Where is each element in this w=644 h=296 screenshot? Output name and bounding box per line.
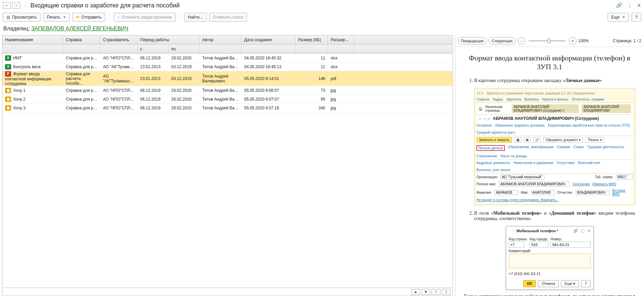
col-name[interactable]: Наименование — [2, 35, 63, 44]
jpg-file-icon: ▣ — [5, 105, 11, 111]
nav-back-button[interactable]: ← — [3, 2, 11, 9]
table-header: Наименование Справка Страхователь Период… — [2, 35, 453, 45]
chevron-down-icon: ▼ — [622, 16, 625, 19]
pager-end-down[interactable]: ⤵ — [442, 289, 450, 295]
help-button[interactable]: ? — [632, 13, 641, 22]
zoom-in-button[interactable]: + — [569, 37, 576, 45]
phone-more: Еще ▾ — [561, 280, 579, 287]
cancel-icon: ⎌ — [118, 15, 120, 20]
zoom-value: 100% — [578, 38, 589, 43]
jpg-file-icon: ▣ — [5, 97, 11, 102]
embedded-phone-dialog: ☆ Мобильный телефон * 🔗 ▢ ✕ Код страны: … — [506, 226, 594, 290]
col-created[interactable]: Дата создания — [241, 35, 295, 44]
table-subheader: с по — [2, 45, 453, 54]
phone-comment — [509, 253, 591, 268]
view-button[interactable]: ▦Просмотреть — [3, 13, 41, 22]
table-row[interactable]: PФормат ввода контактной информации сотр… — [2, 71, 453, 86]
pdf-file-icon: P — [5, 71, 11, 77]
close-icon[interactable]: ✕ — [637, 2, 641, 8]
table-body: XИМТСправка для ра...АО "НПО"СПЛ...06.12… — [2, 54, 453, 288]
nav-forward-button[interactable]: → — [12, 2, 20, 9]
col-size[interactable]: Размер (КБ) — [295, 35, 328, 44]
table-row[interactable]: XИМТСправка для ра...АО "НПО"СПЛ...06.12… — [2, 54, 453, 62]
table-row[interactable]: XКонтроль весаСправка для ра...АО "АК"Ту… — [2, 62, 453, 71]
pager-down[interactable]: ▼ — [421, 289, 430, 295]
table-row[interactable]: ▣Хочу 1Справка для ра...АО "НПО"СПЛ...06… — [2, 86, 453, 95]
mail-icon: ✉ — [76, 15, 79, 20]
link-icon[interactable]: 🔗 — [616, 2, 622, 8]
next-page-button[interactable]: Следующая — [489, 37, 516, 45]
page-indicator: Страница: 1 / 2 — [613, 38, 641, 43]
col-author[interactable]: Автор — [200, 35, 241, 44]
doc-title: Формат ввода контактной информации (теле… — [464, 54, 635, 71]
cancel-search-button[interactable]: Отменить поиск — [209, 13, 247, 22]
phone-cancel: Отмена — [538, 280, 559, 287]
cancel-edit-button[interactable]: ⎌Отменить редактирование — [114, 13, 176, 22]
more-button[interactable]: Еще▼ — [608, 13, 629, 22]
close-icon: ✕ — [587, 228, 591, 233]
chevron-down-icon: ▼ — [63, 16, 66, 19]
col-ref[interactable]: Справка — [63, 35, 100, 44]
xlsx-file-icon: X — [5, 55, 11, 61]
window-icon: ▢ — [581, 228, 585, 233]
phone-ok: OK — [523, 280, 536, 287]
prev-page-button[interactable]: Предыдущая — [458, 37, 487, 45]
xlsx-file-icon: X — [5, 64, 11, 70]
document-icon: ▦ — [6, 15, 10, 20]
owner-label: Владелец: — [3, 26, 30, 31]
col-period[interactable]: Период работы — [137, 35, 200, 44]
send-button[interactable]: ✉Отправить — [72, 13, 105, 22]
embedded-screenshot-1: 1C ≡ Зарплата и управление персоналом, р… — [474, 88, 635, 205]
doc-step-2: В поля «Мобильный телефон» и «Домашний т… — [474, 211, 635, 221]
col-to[interactable]: по — [169, 45, 200, 53]
page-title: Входящие справки о заработке для расчета… — [30, 2, 180, 9]
zoom-out-button[interactable]: - — [518, 37, 525, 45]
favorite-star-icon[interactable]: ☆ — [24, 2, 28, 9]
col-ext[interactable]: Расширение — [328, 35, 354, 44]
table-row[interactable]: ▣Хочу 2Справка для ра...АО "НПО"СПЛ...06… — [2, 95, 453, 104]
save-and-close: Записать и закрыть — [476, 137, 512, 143]
zoom-slider[interactable] — [529, 40, 566, 42]
table-row[interactable]: ▣Хочу 3Справка для ра...АО "НПО"СПЛ...06… — [2, 104, 453, 112]
pager-end-up[interactable]: ⤴ — [432, 289, 440, 295]
doc-step-1: В карточке сотрудника открываем закладку… — [474, 78, 635, 83]
kebab-menu-icon[interactable]: ⋮ — [627, 2, 632, 8]
col-insurer[interactable]: Страхователь — [100, 35, 137, 44]
attach-icon: 🔗 — [573, 228, 578, 233]
owner-link[interactable]: ЗАПЕВАЛОВ АЛЕКСЕЙ ЕВГЕНЬЕВИЧ — [31, 26, 128, 31]
col-from[interactable]: с — [137, 45, 169, 53]
jpg-file-icon: ▣ — [5, 88, 11, 93]
find-button[interactable]: Найти... — [184, 13, 206, 22]
phone-help: ? — [581, 280, 590, 287]
print-button[interactable]: Печать▼ — [43, 13, 70, 22]
pager-up[interactable]: ▲ — [411, 289, 420, 295]
